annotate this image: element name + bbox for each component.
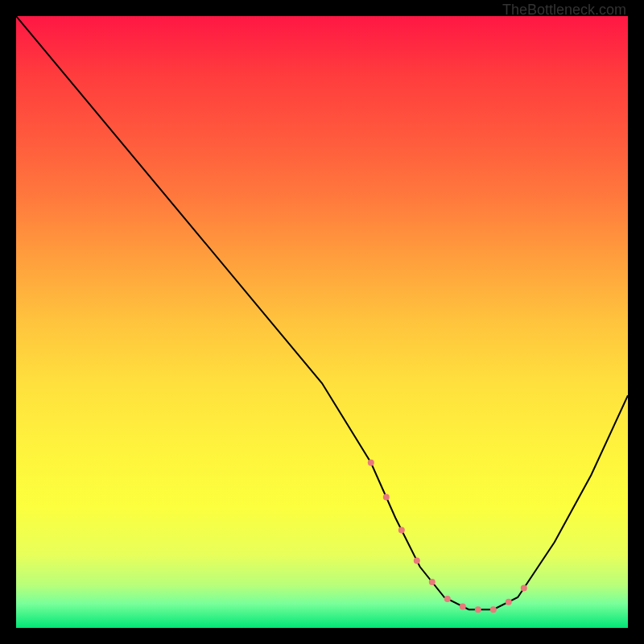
trough-marker-dot [521,585,527,592]
trough-marker-dot [398,526,405,533]
trough-marker-dot [475,606,481,613]
chart-area [16,16,628,628]
trough-marker-dot [368,460,374,466]
trough-marker-dot [444,596,451,602]
trough-marker-dot [383,494,390,501]
trough-marker-dot [490,606,497,613]
trough-marker-dot [506,599,512,605]
trough-marker-dot [414,557,420,564]
bottleneck-curve [16,16,628,628]
watermark-text: TheBottleneck.com [502,2,626,19]
trough-marker-dot [460,603,466,609]
trough-marker-dot [429,579,436,585]
